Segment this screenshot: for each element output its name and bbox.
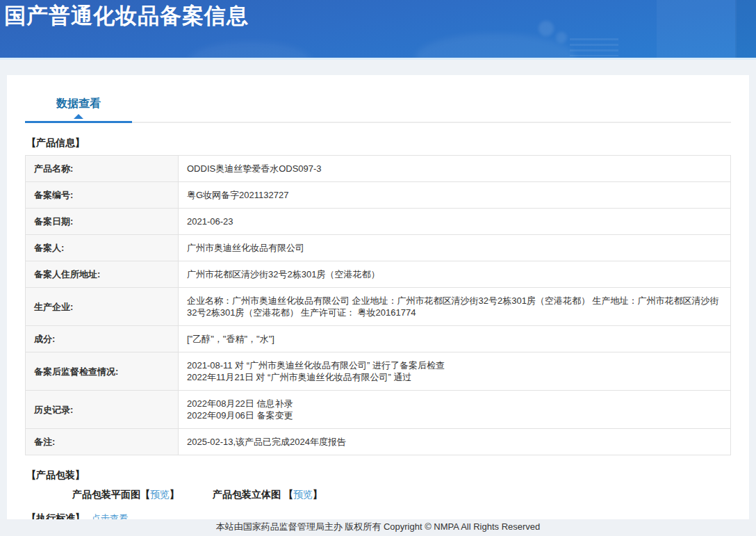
packaging-3d-preview-link[interactable]: 预览 [293,489,313,500]
header-decoration-ellipse [416,33,575,60]
table-row: 成分: ["乙醇"，"香精"，"水"] [26,326,731,352]
header-decoration-band [657,0,737,60]
product-info-heading: 【产品信息】 [26,137,731,149]
page-header: 国产普通化妆品备案信息 [0,0,756,60]
field-label: 历史记录: [26,391,179,429]
field-label: 备注: [26,429,179,455]
field-value: ["乙醇"，"香精"，"水"] [179,326,731,352]
field-label: 备案后监督检查情况: [26,352,179,391]
field-label: 生产企业: [26,288,179,326]
table-row: 备注: 2025-02-13,该产品已完成2024年度报告 [26,429,731,455]
field-value: 2021-06-23 [179,209,731,235]
table-row: 备案后监督检查情况: 2021-08-11 对 “广州市奥迪丝化妆品有限公司” … [26,352,731,391]
header-decoration-circle [539,21,554,36]
header-decoration-lines [570,38,618,56]
table-row: 备案编号: 粤G妆网备字2021132727 [26,182,731,209]
bracket-open: 【 [284,489,293,500]
field-value: 粤G妆网备字2021132727 [179,182,731,209]
tab-bar: 数据查看 [25,92,731,123]
field-label: 备案人住所地址: [26,261,179,288]
field-value: 2025-02-13,该产品已完成2024年度报告 [179,429,731,455]
table-row: 产品名称: ODDIS奥迪丝挚爱香水ODS097-3 [26,156,731,182]
table-row: 备案人: 广州市奥迪丝化妆品有限公司 [26,235,731,261]
product-info-table: 产品名称: ODDIS奥迪丝挚爱香水ODS097-3 备案编号: 粤G妆网备字2… [25,155,731,455]
packaging-flat-preview-link[interactable]: 预览 [150,489,170,500]
bracket-open: 【 [140,489,150,500]
packaging-row: 产品包装平面图【预览】 产品包装立体图 【预览】 [72,489,731,501]
field-value: 2022年08月22日 信息补录 2022年09月06日 备案变更 [179,391,731,429]
packaging-heading: 【产品包装】 [26,469,731,482]
table-row: 备案日期: 2021-06-23 [26,209,731,235]
footer-text: 本站由国家药品监督管理局主办 版权所有 Copyright © NMPA All… [216,521,541,532]
table-row: 历史记录: 2022年08月22日 信息补录 2022年09月06日 备案变更 [26,391,731,429]
bracket-close: 】 [313,489,322,500]
packaging-flat-label: 产品包装平面图 [72,489,140,500]
field-value: 广州市花都区清沙街32号2栋301房（空港花都） [179,261,731,288]
bracket-close: 】 [170,489,179,500]
content-card: 数据查看 【产品信息】 产品名称: ODDIS奥迪丝挚爱香水ODS097-3 备… [7,75,749,536]
field-label: 产品名称: [26,156,179,182]
header-decoration-band [735,0,756,60]
field-label: 备案人: [26,235,179,261]
field-label: 成分: [26,326,179,352]
header-decoration-ellipse [188,42,313,60]
field-value: 2021-08-11 对 “广州市奥迪丝化妆品有限公司” 进行了备案后检查 20… [179,352,731,391]
page-footer: 本站由国家药品监督管理局主办 版权所有 Copyright © NMPA All… [0,519,756,536]
packaging-flat-item: 产品包装平面图【预览】 [72,489,179,501]
packaging-3d-item: 产品包装立体图 【预览】 [213,489,322,501]
tab-data-view[interactable]: 数据查看 [25,97,132,123]
table-row: 备案人住所地址: 广州市花都区清沙街32号2栋301房（空港花都） [26,261,731,288]
field-value: 企业名称：广州市奥迪丝化妆品有限公司 企业地址：广州市花都区清沙街32号2栋30… [179,288,731,326]
field-label: 备案编号: [26,182,179,209]
product-info-table-body: 产品名称: ODDIS奥迪丝挚爱香水ODS097-3 备案编号: 粤G妆网备字2… [26,156,731,455]
field-value: ODDIS奥迪丝挚爱香水ODS097-3 [179,156,731,182]
table-row: 生产企业: 企业名称：广州市奥迪丝化妆品有限公司 企业地址：广州市花都区清沙街3… [26,288,731,326]
header-decoration-circle [556,32,567,43]
field-value: 广州市奥迪丝化妆品有限公司 [179,235,731,261]
page-title: 国产普通化妆品备案信息 [4,1,249,31]
field-label: 备案日期: [26,209,179,235]
packaging-3d-label: 产品包装立体图 [213,489,284,500]
